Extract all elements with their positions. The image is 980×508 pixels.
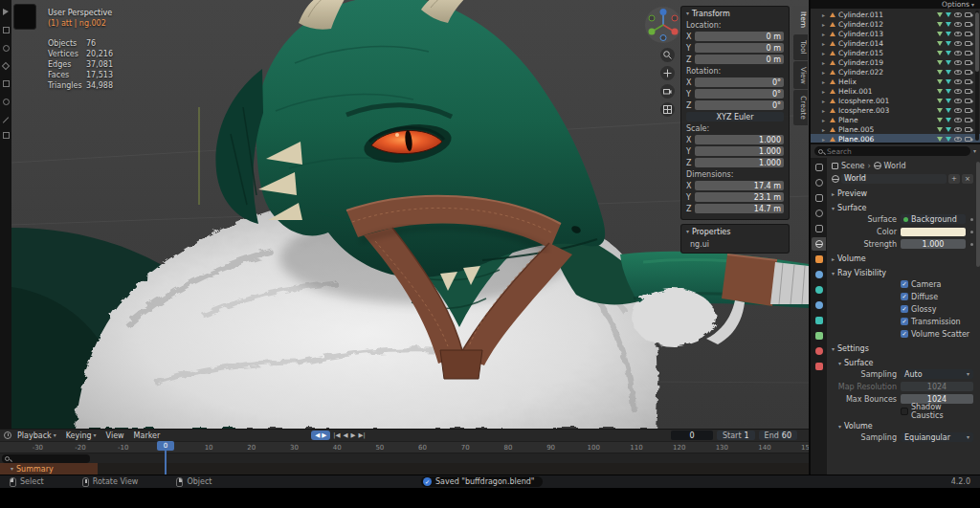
- expand-icon[interactable]: ▸: [822, 136, 827, 143]
- expand-icon[interactable]: ▸: [822, 31, 827, 37]
- tool-select-icon[interactable]: [3, 9, 9, 15]
- hide-viewport-icon[interactable]: [954, 79, 962, 84]
- navigation-gizmo[interactable]: [644, 6, 682, 44]
- options-menu[interactable]: Options▾: [811, 0, 980, 9]
- tab-texture-icon[interactable]: [812, 360, 826, 373]
- outliner-item[interactable]: ▸Cylinder.019: [811, 57, 980, 67]
- strength-field[interactable]: 1.000: [901, 239, 966, 249]
- tab-view[interactable]: View: [793, 61, 808, 90]
- jump-end-button[interactable]: ▶|: [359, 431, 366, 439]
- hide-render-icon[interactable]: [965, 127, 971, 132]
- expand-icon[interactable]: ▸: [822, 59, 827, 66]
- jump-start-button[interactable]: |◀: [333, 431, 340, 439]
- location-z-field[interactable]: Z0 m: [686, 55, 784, 64]
- playhead-frame-label[interactable]: 0: [157, 441, 174, 451]
- rotation-y-field[interactable]: Y0°: [686, 89, 784, 99]
- expand-icon[interactable]: ▸: [822, 117, 827, 123]
- scale-y-field[interactable]: Y1.000: [686, 146, 784, 156]
- tool-move-icon[interactable]: [3, 45, 10, 52]
- start-frame-field[interactable]: Start1: [717, 431, 755, 440]
- timeline-editor-icon[interactable]: [4, 431, 11, 439]
- end-frame-field[interactable]: End60: [759, 431, 797, 440]
- tab-create[interactable]: Create: [793, 90, 808, 125]
- hide-viewport-icon[interactable]: [954, 89, 962, 94]
- filter-dropdown-icon[interactable]: ▾: [973, 147, 976, 155]
- current-frame-field[interactable]: 0: [671, 431, 713, 440]
- tab-particles-icon[interactable]: [812, 283, 826, 297]
- tab-render-icon[interactable]: [812, 176, 826, 189]
- outliner-item[interactable]: ▸Plane: [811, 115, 980, 124]
- tab-constraints-icon[interactable]: [812, 314, 826, 327]
- hide-render-icon[interactable]: [965, 41, 971, 46]
- hide-viewport-icon[interactable]: [954, 60, 962, 65]
- properties-panel-header[interactable]: ▾Properties: [686, 228, 784, 236]
- expand-icon[interactable]: ▸: [822, 126, 827, 133]
- ray-visibility-section-header[interactable]: ▾Ray Visibility: [832, 268, 973, 278]
- pan-hand-icon[interactable]: [660, 66, 675, 80]
- outliner-item[interactable]: ▸Cylinder.015: [811, 48, 980, 57]
- transform-panel-header[interactable]: ▾Transform: [686, 10, 784, 18]
- expand-icon[interactable]: ▸: [822, 78, 827, 85]
- hide-render-icon[interactable]: [965, 60, 971, 65]
- outliner-item[interactable]: ▸Icosphere.003: [811, 105, 980, 115]
- tool-annotate-icon[interactable]: [3, 117, 9, 122]
- unlink-datablock-button[interactable]: ×: [962, 174, 973, 184]
- outliner-scrollbar[interactable]: [975, 11, 979, 141]
- animate-dot-icon[interactable]: [970, 231, 973, 233]
- breadcrumb-scene[interactable]: Scene: [841, 162, 864, 170]
- expand-icon[interactable]: ▸: [822, 40, 827, 47]
- tab-scene-icon[interactable]: [812, 222, 826, 235]
- hide-render-icon[interactable]: [965, 70, 971, 75]
- camera-view-icon[interactable]: [660, 84, 675, 99]
- scale-x-field[interactable]: X1.000: [686, 135, 784, 144]
- hide-render-icon[interactable]: [965, 108, 971, 113]
- outliner-item[interactable]: ▸Cylinder.014: [811, 38, 980, 48]
- hide-render-icon[interactable]: [965, 51, 971, 55]
- expand-icon[interactable]: ▸: [822, 88, 827, 95]
- tab-output-icon[interactable]: [812, 191, 826, 205]
- outliner-item-selected[interactable]: ▸Plane.006: [811, 134, 980, 143]
- expand-icon[interactable]: ▸: [822, 50, 827, 56]
- hide-viewport-icon[interactable]: [954, 108, 962, 113]
- zoom-icon[interactable]: [660, 48, 675, 62]
- dimensions-y-field[interactable]: Y23.1 m: [686, 192, 784, 202]
- preview-section-header[interactable]: ▸Preview: [832, 188, 973, 199]
- hide-viewport-icon[interactable]: [954, 32, 962, 36]
- color-swatch[interactable]: [901, 228, 966, 236]
- outliner-item[interactable]: ▸Cylinder.022: [811, 67, 980, 77]
- outliner-item[interactable]: ▸Icosphere.001: [811, 96, 980, 105]
- surface-shader-button[interactable]: Background: [901, 214, 966, 224]
- settings-surface-subheader[interactable]: ▾Surface: [838, 358, 973, 368]
- settings-volume-subheader[interactable]: ▾Volume: [838, 421, 973, 431]
- menu-marker[interactable]: Marker: [134, 431, 161, 440]
- timeline-ruler[interactable]: -30 -20 -10 0 10 20 30 40 50 60 70 80 90…: [0, 441, 809, 453]
- hide-render-icon[interactable]: [965, 32, 971, 36]
- checkbox-checked[interactable]: ✓: [901, 280, 908, 288]
- tool-rotate-icon[interactable]: [2, 62, 10, 70]
- scale-z-field[interactable]: Z1.000: [686, 158, 784, 167]
- tab-modifiers-icon[interactable]: [812, 268, 826, 281]
- rotation-mode-dropdown[interactable]: XYZ Euler: [686, 112, 784, 121]
- summary-key-track[interactable]: [98, 463, 809, 475]
- hide-viewport-icon[interactable]: [954, 70, 962, 75]
- hide-render-icon[interactable]: [965, 99, 971, 103]
- hide-render-icon[interactable]: [965, 12, 971, 17]
- outliner-item[interactable]: ▸Cylinder.012: [811, 19, 980, 29]
- outliner-item[interactable]: ▸Cylinder.011: [811, 10, 980, 19]
- tab-viewlayer-icon[interactable]: [812, 207, 826, 220]
- checkbox-checked[interactable]: ✓: [901, 293, 908, 300]
- hide-render-icon[interactable]: [965, 89, 971, 94]
- grid-toggle-icon[interactable]: [660, 102, 675, 117]
- location-x-field[interactable]: X0 m: [686, 32, 784, 41]
- outliner-item[interactable]: ▸Cylinder.013: [811, 29, 980, 38]
- prev-keyframe-button[interactable]: ◀: [344, 431, 348, 439]
- checkbox-checked[interactable]: ✓: [901, 318, 908, 325]
- tab-item[interactable]: Item: [793, 6, 808, 33]
- checkbox-unchecked[interactable]: ✓: [901, 408, 908, 415]
- 3d-viewport[interactable]: User Perspective (1) att | ng.002 Object…: [0, 0, 809, 429]
- tab-tool[interactable]: Tool: [793, 34, 808, 60]
- hide-viewport-icon[interactable]: [954, 99, 962, 103]
- outliner-item[interactable]: ▸Helix.001: [811, 86, 980, 96]
- animate-dot-icon[interactable]: [970, 243, 973, 246]
- hide-viewport-icon[interactable]: [954, 137, 962, 142]
